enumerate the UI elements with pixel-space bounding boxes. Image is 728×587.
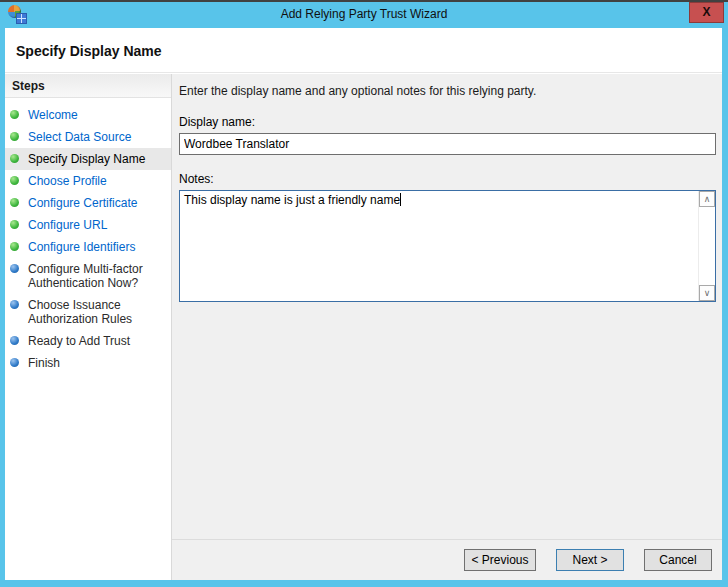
steps-header: Steps [5,74,171,98]
step-welcome[interactable]: Welcome [5,104,171,126]
step-specify-display-name[interactable]: Specify Display Name [5,148,171,170]
step-done-bullet-icon [10,242,19,251]
wizard-window: Add Relying Party Trust Wizard X Specify… [0,0,728,587]
step-finish[interactable]: Finish [5,352,171,374]
close-icon: X [702,5,710,19]
instruction-text: Enter the display name and any optional … [179,84,716,98]
wizard-footer: < Previous Next > Cancel [172,539,722,580]
step-choose-issuance-rules[interactable]: Choose Issuance Authorization Rules [5,294,171,330]
titlebar[interactable]: Add Relying Party Trust Wizard X [0,2,728,28]
dialog-header: Specify Display Name [5,28,722,73]
window-title: Add Relying Party Trust Wizard [0,2,728,28]
next-button[interactable]: Next > [556,549,624,571]
scroll-up-button[interactable]: ∧ [699,191,715,207]
steps-list: Welcome Select Data Source Specify Displ… [5,98,171,374]
notes-textarea[interactable]: This display name is just a friendly nam… [179,190,716,302]
main-pane: Enter the display name and any optional … [172,74,722,580]
step-done-bullet-icon [10,110,19,119]
step-configure-identifiers[interactable]: Configure Identifiers [5,236,171,258]
step-done-bullet-icon [10,176,19,185]
step-ready-to-add-trust[interactable]: Ready to Add Trust [5,330,171,352]
text-caret [400,193,401,206]
step-choose-profile[interactable]: Choose Profile [5,170,171,192]
scrollbar-track[interactable] [699,207,715,285]
page-title: Specify Display Name [5,28,722,59]
step-done-bullet-icon [10,132,19,141]
cancel-button[interactable]: Cancel [644,549,712,571]
step-select-data-source[interactable]: Select Data Source [5,126,171,148]
chevron-up-icon: ∧ [704,194,711,204]
step-configure-url[interactable]: Configure URL [5,214,171,236]
display-name-label: Display name: [179,115,716,129]
notes-label: Notes: [179,172,716,186]
step-upcoming-bullet-icon [10,264,19,273]
step-done-bullet-icon [10,220,19,229]
step-configure-certificate[interactable]: Configure Certificate [5,192,171,214]
display-name-input[interactable] [179,133,716,155]
step-done-bullet-icon [10,198,19,207]
scroll-down-button[interactable]: ∨ [699,285,715,301]
chevron-down-icon: ∨ [704,288,711,298]
step-current-bullet-icon [10,154,19,163]
step-upcoming-bullet-icon [10,336,19,345]
notes-text: This display name is just a friendly nam… [184,193,400,207]
step-configure-mfa[interactable]: Configure Multi-factor Authentication No… [5,258,171,294]
previous-button[interactable]: < Previous [464,549,536,571]
step-upcoming-bullet-icon [10,300,19,309]
step-upcoming-bullet-icon [10,358,19,367]
wizard-dialog: Specify Display Name Steps Welcome Selec… [5,28,722,580]
dialog-body: Steps Welcome Select Data Source Specify… [5,74,722,580]
close-button[interactable]: X [689,2,724,23]
display-name-form: Enter the display name and any optional … [172,74,722,302]
notes-scrollbar[interactable]: ∧ ∨ [698,191,715,301]
steps-sidebar: Steps Welcome Select Data Source Specify… [5,74,172,580]
